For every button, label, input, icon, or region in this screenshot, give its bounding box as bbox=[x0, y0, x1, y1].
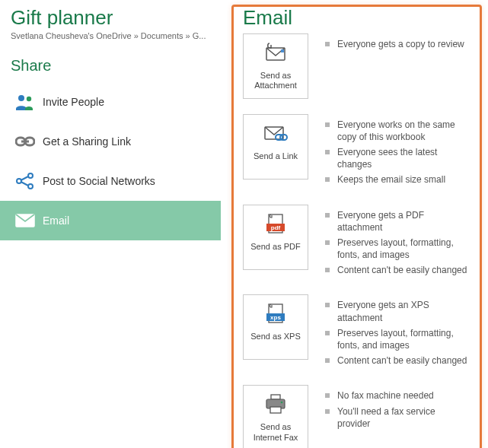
email-option-row: Send as Internet Fax No fax machine need… bbox=[243, 385, 470, 448]
share-item-get-link[interactable]: Get a Sharing Link bbox=[0, 122, 221, 161]
send-as-pdf-button[interactable]: pdf Send as PDF bbox=[243, 205, 308, 270]
bullet-item: Keeps the email size small bbox=[325, 173, 470, 186]
bullet-item: Content can't be easily changed bbox=[325, 354, 470, 367]
email-option-row: pdf Send as PDF Everyone gets a PDF atta… bbox=[243, 205, 470, 280]
document-title: Gift planner bbox=[11, 6, 221, 30]
svg-point-1 bbox=[27, 97, 31, 101]
share-social-icon bbox=[15, 173, 43, 189]
svg-point-6 bbox=[28, 173, 33, 178]
share-item-social[interactable]: Post to Social Networks bbox=[0, 161, 221, 201]
svg-text:pdf: pdf bbox=[271, 224, 281, 231]
envelope-link-icon bbox=[262, 121, 289, 147]
email-heading: Email bbox=[243, 7, 470, 29]
bullet-item: Preserves layout, formatting, fonts, and… bbox=[325, 237, 470, 261]
bullet-item: Preserves layout, formatting, fonts, and… bbox=[325, 327, 470, 351]
option-label: Send as XPS bbox=[250, 332, 300, 342]
option-label: Send as PDF bbox=[250, 242, 300, 253]
send-as-attachment-button[interactable]: Send as Attachment bbox=[243, 33, 308, 99]
svg-rect-12 bbox=[281, 49, 284, 52]
share-item-invite-people[interactable]: Invite People bbox=[0, 82, 221, 122]
option-label: Send as Internet Fax bbox=[247, 422, 305, 443]
share-list: Invite People Get a Sharing Link bbox=[0, 82, 221, 240]
bullet-item: Content can't be easily changed bbox=[325, 264, 470, 276]
bullet-item: Everyone works on the same copy of this … bbox=[325, 119, 470, 143]
email-panel-highlight: Email Send as Attachment Everyone gets a… bbox=[231, 5, 482, 448]
bullet-item: Everyone sees the latest changes bbox=[325, 146, 470, 170]
option-description: Everyone gets a PDF attachment Preserves… bbox=[325, 205, 470, 280]
send-as-fax-button[interactable]: Send as Internet Fax bbox=[243, 385, 308, 448]
bullet-item: You'll need a fax service provider bbox=[325, 405, 470, 430]
xps-icon: xps bbox=[262, 301, 289, 327]
option-description: No fax machine needed You'll need a fax … bbox=[325, 385, 470, 433]
svg-point-25 bbox=[281, 402, 283, 404]
share-item-label: Post to Social Networks bbox=[43, 175, 155, 187]
fax-printer-icon bbox=[262, 392, 289, 418]
pdf-icon: pdf bbox=[262, 211, 289, 237]
email-option-row: xps Send as XPS Everyone gets an XPS att… bbox=[243, 294, 470, 370]
option-label: Send as Attachment bbox=[247, 71, 305, 92]
option-label: Send a Link bbox=[254, 151, 298, 162]
email-option-row: Send as Attachment Everyone gets a copy … bbox=[243, 33, 470, 99]
bullet-item: Everyone gets a PDF attachment bbox=[325, 209, 470, 234]
svg-point-0 bbox=[18, 95, 24, 101]
svg-point-5 bbox=[17, 179, 21, 183]
attachment-icon bbox=[262, 40, 289, 66]
option-description: Everyone works on the same copy of this … bbox=[325, 114, 470, 189]
share-item-email[interactable]: Email bbox=[0, 201, 221, 240]
share-heading: Share bbox=[11, 57, 221, 75]
bullet-item: No fax machine needed bbox=[325, 389, 470, 402]
svg-text:xps: xps bbox=[270, 314, 281, 321]
svg-line-9 bbox=[21, 182, 29, 186]
email-icon bbox=[15, 214, 43, 227]
breadcrumb[interactable]: Svetlana Cheusheva's OneDrive » Document… bbox=[11, 31, 221, 40]
send-as-xps-button[interactable]: xps Send as XPS bbox=[243, 294, 308, 360]
svg-rect-24 bbox=[270, 407, 281, 413]
share-item-label: Get a Sharing Link bbox=[43, 135, 131, 148]
svg-rect-4 bbox=[21, 141, 29, 143]
svg-point-7 bbox=[28, 184, 33, 189]
option-description: Everyone gets a copy to review bbox=[325, 33, 470, 53]
share-item-label: Invite People bbox=[43, 96, 104, 108]
option-description: Everyone gets an XPS attachment Preserve… bbox=[325, 294, 470, 370]
email-option-row: Send a Link Everyone works on the same c… bbox=[243, 114, 470, 189]
link-icon bbox=[15, 135, 43, 148]
people-icon bbox=[15, 94, 43, 110]
bullet-item: Everyone gets an XPS attachment bbox=[325, 299, 470, 323]
share-left-pane: Gift planner Svetlana Cheusheva's OneDri… bbox=[0, 0, 221, 240]
share-item-label: Email bbox=[43, 214, 69, 227]
bullet-item: Everyone gets a copy to review bbox=[325, 38, 470, 50]
svg-rect-22 bbox=[271, 395, 280, 399]
send-a-link-button[interactable]: Send a Link bbox=[243, 114, 308, 180]
svg-line-8 bbox=[21, 176, 29, 180]
email-panel: Email Send as Attachment Everyone gets a… bbox=[221, 0, 488, 448]
